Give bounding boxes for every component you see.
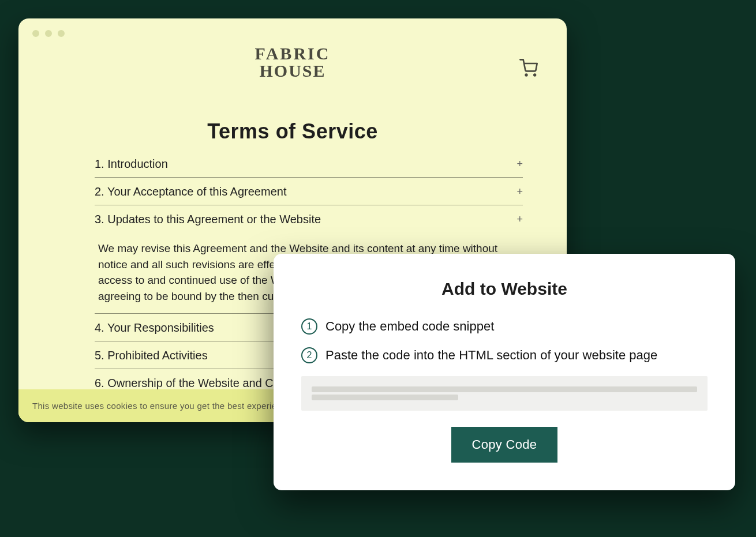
site-logo[interactable]: FABRIC HOUSE — [18, 45, 567, 80]
add-to-website-modal: Add to Website 1 Copy the embed code sni… — [274, 254, 735, 490]
copy-code-button[interactable]: Copy Code — [451, 427, 558, 463]
accordion-label: 3. Updates to this Agreement or the Webs… — [95, 213, 321, 226]
code-placeholder-line — [312, 395, 458, 400]
accordion-label: 5. Prohibited Activities — [95, 349, 208, 362]
accordion-label: 6. Ownership of the Website and Conte — [95, 377, 296, 390]
step-text: Paste the code into the HTML section of … — [325, 348, 657, 363]
accordion-label: 1. Introduction — [95, 157, 168, 171]
accordion-item-acceptance[interactable]: 2. Your Acceptance of this Agreement + — [95, 178, 523, 205]
cookie-text: This website uses cookies to ensure you … — [32, 401, 286, 411]
window-dot — [45, 30, 52, 37]
svg-point-0 — [526, 74, 527, 76]
step-1: 1 Copy the embed code snippet — [301, 318, 708, 335]
cart-icon[interactable] — [519, 59, 538, 80]
embed-code-box[interactable] — [301, 376, 708, 411]
accordion-item-introduction[interactable]: 1. Introduction + — [95, 150, 523, 178]
logo-line-2: HOUSE — [18, 62, 567, 80]
window-dot — [58, 30, 65, 37]
accordion-label: 2. Your Acceptance of this Agreement — [95, 185, 286, 198]
window-controls — [32, 30, 65, 37]
accordion-label: 4. Your Responsibilities — [95, 321, 214, 335]
accordion-item-updates[interactable]: 3. Updates to this Agreement or the Webs… — [95, 205, 523, 232]
step-text: Copy the embed code snippet — [325, 319, 494, 334]
window-dot — [32, 30, 39, 37]
step-number-icon: 2 — [301, 347, 317, 363]
step-2: 2 Paste the code into the HTML section o… — [301, 347, 708, 363]
expand-icon: + — [517, 213, 523, 226]
logo-line-1: FABRIC — [18, 45, 567, 62]
page-title: Terms of Service — [18, 119, 567, 144]
modal-title: Add to Website — [301, 279, 708, 299]
svg-point-1 — [534, 74, 536, 76]
code-placeholder-line — [312, 386, 697, 392]
step-number-icon: 1 — [301, 318, 317, 335]
expand-icon: + — [517, 158, 523, 170]
expand-icon: + — [517, 186, 523, 198]
